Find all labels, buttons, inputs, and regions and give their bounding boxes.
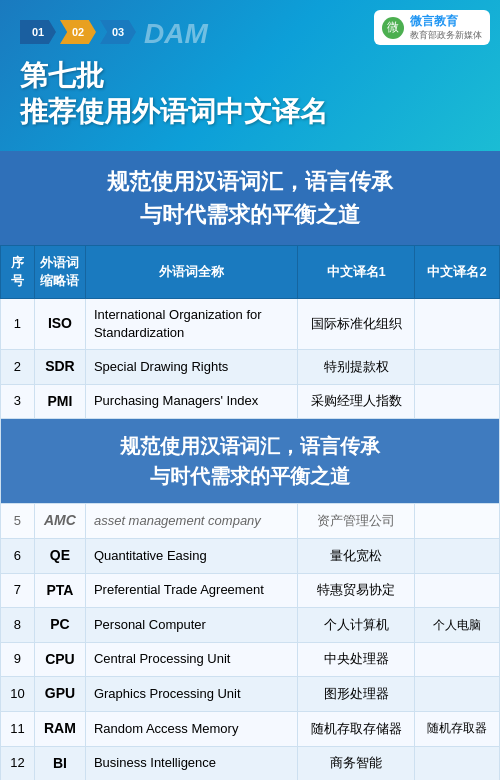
cell-zh2	[415, 746, 500, 780]
cell-zh2	[415, 677, 500, 712]
cell-fullname: Quantitative Easing	[85, 538, 297, 573]
cell-fullname: Graphics Processing Unit	[85, 677, 297, 712]
cell-zh1: 商务智能	[298, 746, 415, 780]
cell-num: 10	[1, 677, 35, 712]
cell-fullname: asset management company	[85, 504, 297, 539]
cell-num: 1	[1, 298, 35, 349]
logo-badge: 微 微言教育 教育部政务新媒体	[374, 10, 490, 45]
overlay-line1: 规范使用汉语词汇，语言传承	[10, 165, 490, 198]
col-header-abbr: 外语词缩略语	[34, 245, 85, 298]
cell-fullname: Business Intelligence	[85, 746, 297, 780]
cell-zh1: 量化宽松	[298, 538, 415, 573]
cell-num: 5	[1, 504, 35, 539]
cell-abbr: AMC	[34, 504, 85, 539]
cell-zh1: 特别提款权	[298, 350, 415, 385]
cell-abbr: GPU	[34, 677, 85, 712]
main-table-container: 序号 外语词缩略语 外语词全称 中文译名1 中文译名2 1ISOInternat…	[0, 245, 500, 780]
cell-abbr: SDR	[34, 350, 85, 385]
table-row: 5AMCasset management company资产管理公司	[1, 504, 500, 539]
logo-text: 微言教育 教育部政务新媒体	[410, 14, 482, 41]
logo-icon: 微	[382, 17, 404, 39]
cell-num: 3	[1, 384, 35, 419]
cell-abbr: QE	[34, 538, 85, 573]
cell-zh1: 随机存取存储器	[298, 711, 415, 746]
translation-table: 序号 外语词缩略语 外语词全称 中文译名1 中文译名2 1ISOInternat…	[0, 245, 500, 780]
cell-zh2	[415, 384, 500, 419]
cell-fullname: International Organization for Standardi…	[85, 298, 297, 349]
table-row: 7PTAPreferential Trade Agreement特惠贸易协定	[1, 573, 500, 608]
cell-fullname: Special Drawing Rights	[85, 350, 297, 385]
table-row: 11RAMRandom Access Memory随机存取存储器随机存取器	[1, 711, 500, 746]
cell-abbr: ISO	[34, 298, 85, 349]
cell-zh1: 中央处理器	[298, 642, 415, 677]
cell-zh2	[415, 538, 500, 573]
cell-num: 7	[1, 573, 35, 608]
table-body: 1ISOInternational Organization for Stand…	[1, 298, 500, 780]
cell-zh2	[415, 504, 500, 539]
cell-zh2	[415, 298, 500, 349]
table-row: 10GPUGraphics Processing Unit图形处理器	[1, 677, 500, 712]
cell-fullname: Purchasing Managers' Index	[85, 384, 297, 419]
page-header: 微 微言教育 教育部政务新媒体 01 02 03 DAM 第七批 推荐使用外语词…	[0, 0, 500, 151]
cell-num: 2	[1, 350, 35, 385]
cell-zh1: 个人计算机	[298, 608, 415, 643]
cell-fullname: Random Access Memory	[85, 711, 297, 746]
overlay-line2: 与时代需求的平衡之道	[10, 198, 490, 231]
cell-zh1: 采购经理人指数	[298, 384, 415, 419]
col-header-full: 外语词全称	[85, 245, 297, 298]
table-row: 8PCPersonal Computer个人计算机个人电脑	[1, 608, 500, 643]
cell-zh1: 特惠贸易协定	[298, 573, 415, 608]
cell-fullname: Central Processing Unit	[85, 642, 297, 677]
overlay-banner: 规范使用汉语词汇，语言传承 与时代需求的平衡之道	[0, 151, 500, 245]
cell-num: 6	[1, 538, 35, 573]
dam-watermark: DAM	[144, 20, 208, 48]
table-row: 规范使用汉语词汇，语言传承与时代需求的平衡之道	[1, 419, 500, 504]
step-03: 03	[100, 20, 136, 44]
cell-zh2: 随机存取器	[415, 711, 500, 746]
col-header-zh1: 中文译名1	[298, 245, 415, 298]
cell-abbr: PMI	[34, 384, 85, 419]
cell-zh1: 国际标准化组织	[298, 298, 415, 349]
cell-num: 11	[1, 711, 35, 746]
page-title: 第七批 推荐使用外语词中文译名	[20, 58, 480, 131]
table-row: 9CPUCentral Processing Unit中央处理器	[1, 642, 500, 677]
cell-abbr: RAM	[34, 711, 85, 746]
table-row: 12BIBusiness Intelligence商务智能	[1, 746, 500, 780]
table-row: 6QEQuantitative Easing量化宽松	[1, 538, 500, 573]
table-row: 3PMIPurchasing Managers' Index采购经理人指数	[1, 384, 500, 419]
step-01: 01	[20, 20, 56, 44]
cell-zh2	[415, 642, 500, 677]
cell-fullname: Preferential Trade Agreement	[85, 573, 297, 608]
cell-abbr: PC	[34, 608, 85, 643]
table-header-row: 序号 外语词缩略语 外语词全称 中文译名1 中文译名2	[1, 245, 500, 298]
step-02: 02	[60, 20, 96, 44]
cell-abbr: BI	[34, 746, 85, 780]
cell-num: 9	[1, 642, 35, 677]
cell-abbr: PTA	[34, 573, 85, 608]
cell-zh1: 图形处理器	[298, 677, 415, 712]
col-header-num: 序号	[1, 245, 35, 298]
cell-abbr: CPU	[34, 642, 85, 677]
cell-num: 8	[1, 608, 35, 643]
table-row: 1ISOInternational Organization for Stand…	[1, 298, 500, 349]
cell-zh2	[415, 350, 500, 385]
cell-num: 12	[1, 746, 35, 780]
cell-zh2	[415, 573, 500, 608]
cell-fullname: Personal Computer	[85, 608, 297, 643]
cell-zh1: 资产管理公司	[298, 504, 415, 539]
cell-zh2: 个人电脑	[415, 608, 500, 643]
col-header-zh2: 中文译名2	[415, 245, 500, 298]
table-row: 2SDRSpecial Drawing Rights特别提款权	[1, 350, 500, 385]
